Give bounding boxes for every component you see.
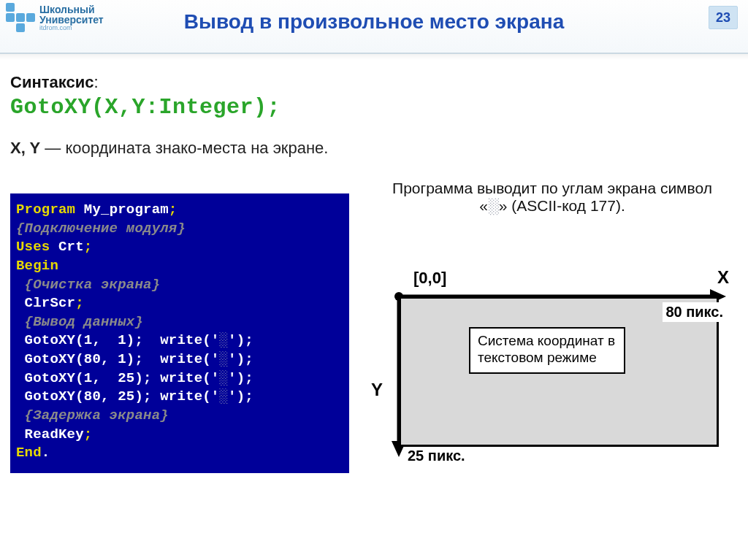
lower-row: Program My_program; {Подключение модуля}…	[10, 180, 738, 487]
desc-bold: X, Y	[10, 139, 40, 157]
origin-label: [0,0]	[413, 269, 446, 288]
coord-description: X, Y — координата знако-места на экране.	[10, 139, 738, 158]
syntax-label-suffix: :	[94, 73, 98, 91]
y-axis-label: Y	[371, 380, 383, 400]
syntax-label: Синтаксис:	[10, 73, 738, 92]
coord-diagram: [0,0] X Y 80 пикс. 25 пикс. Система коор…	[367, 273, 738, 477]
page-number-badge: 23	[709, 6, 738, 29]
pascal-code-block: Program My_program; {Подключение модуля}…	[10, 193, 349, 473]
height-label: 25 пикс.	[408, 448, 465, 464]
slide-content: Синтаксис: GotoXY(X,Y:Integer); X, Y — к…	[10, 73, 738, 487]
slide-header: Школьный Университет itdrom.com Вывод в …	[0, 0, 748, 54]
x-axis-label: X	[717, 267, 729, 288]
desc-rest: — координата знако-места на экране.	[40, 139, 328, 157]
width-label: 80 пикс.	[663, 302, 726, 322]
page-title: Вывод в произвольное место экрана	[0, 10, 748, 34]
syntax-label-bold: Синтаксис	[10, 73, 94, 91]
coord-note: Система координат в текстовом режиме	[469, 327, 625, 374]
right-column: Программа выводит по углам экрана символ…	[367, 180, 738, 477]
program-caption: Программа выводит по углам экрана символ…	[367, 180, 738, 215]
syntax-code: GotoXY(X,Y:Integer);	[10, 95, 738, 120]
